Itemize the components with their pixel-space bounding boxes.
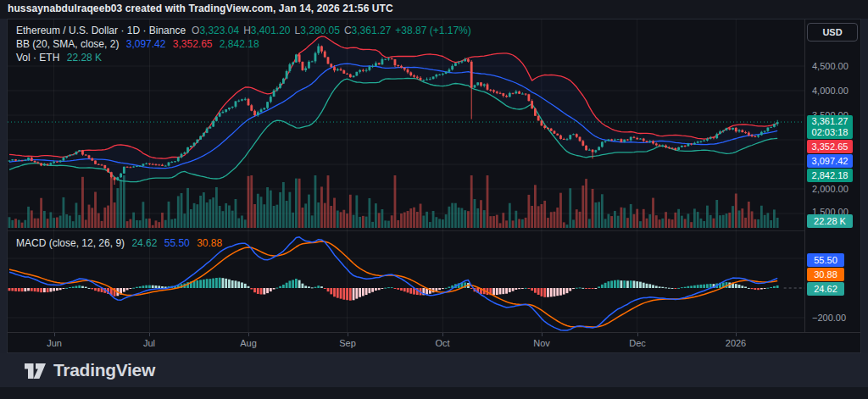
chart-card: Ethereum / U.S. Dollar · 1D · BinanceO3,… xyxy=(7,19,861,353)
month-tick xyxy=(248,333,249,336)
tradingview-logo[interactable]: TradingView xyxy=(24,360,155,380)
axis-label-2000: 2,000.00 xyxy=(812,184,849,194)
bb-lower-value: 2,842.18 xyxy=(220,38,259,50)
volume-label: Vol · ETH xyxy=(16,52,59,64)
symbol-legend-row[interactable]: Ethereum / U.S. Dollar · 1D · BinanceO3,… xyxy=(16,25,471,36)
price-axis[interactable]: USD 4,500.00 4,000.00 3,500.00 2,000.00 … xyxy=(804,19,861,332)
close-label: C xyxy=(344,25,352,36)
change-value: +38.87 (+1.17%) xyxy=(395,25,470,36)
macd-hist-value: 24.62 xyxy=(131,237,157,249)
month-label-nov: Nov xyxy=(533,338,550,348)
bottom-strip xyxy=(0,387,868,399)
symbol-title: Ethereum / U.S. Dollar · 1D · Binance xyxy=(16,25,186,36)
axis-label-4500: 4,500.00 xyxy=(812,61,849,71)
bollinger-legend-row[interactable]: BB (20, SMA, close, 2) 3,097.42 3,352.65… xyxy=(16,38,259,50)
macd-line-badge: 55.50 xyxy=(807,253,844,267)
month-label-aug: Aug xyxy=(240,338,257,348)
month-tick xyxy=(736,333,737,336)
price-chart-canvas[interactable] xyxy=(8,19,804,332)
high-label: H xyxy=(243,25,251,36)
month-tick xyxy=(348,333,348,336)
year-label-2026: 2026 xyxy=(726,338,746,348)
bb-upper-badge: 3,352.65 xyxy=(807,140,853,153)
bb-lower-badge: 2,842.18 xyxy=(807,169,853,182)
bar-countdown: 02:03:18 xyxy=(807,127,853,138)
attribution-text: hussaynabdulraqeeb03 created with Tradin… xyxy=(0,0,868,19)
month-tick xyxy=(542,333,542,336)
volume-legend-row[interactable]: Vol · ETH 22.28 K xyxy=(16,52,102,64)
bollinger-label: BB (20, SMA, close, 2) xyxy=(16,38,119,50)
macd-label: MACD (close, 12, 26, 9) xyxy=(16,237,125,249)
volume-value: 22.28 K xyxy=(67,52,102,64)
macd-legend-row[interactable]: MACD (close, 12, 26, 9) 24.62 55.50 30.8… xyxy=(16,237,222,249)
month-label-jul: Jul xyxy=(143,338,155,348)
bb-upper-value: 3,352.65 xyxy=(173,38,213,50)
bb-basis-badge: 3,097.42 xyxy=(807,154,853,168)
month-tick xyxy=(54,333,55,336)
macd-signal-badge: 30.88 xyxy=(807,268,844,281)
month-label-sep: Sep xyxy=(339,338,356,348)
low-value: 3,280.05 xyxy=(300,25,340,36)
month-label-jun: Jun xyxy=(47,338,62,348)
current-price-value: 3,361.27 xyxy=(807,116,853,127)
footer-bar: TradingView xyxy=(0,353,868,387)
currency-toggle-button[interactable]: USD xyxy=(807,23,858,42)
current-price-badge: 3,361.27 02:03:18 xyxy=(807,115,853,139)
tradingview-logomark xyxy=(24,361,47,380)
month-tick xyxy=(637,333,638,336)
macd-line-value: 55.50 xyxy=(164,237,190,249)
macd-signal-value: 30.88 xyxy=(197,237,222,249)
axis-label-macd-200: −200.00 xyxy=(812,313,846,323)
time-axis[interactable]: Jun Jul Aug Sep Oct Nov Dec 2026 xyxy=(8,332,861,353)
close-value: 3,361.27 xyxy=(352,25,392,36)
month-tick xyxy=(149,333,150,336)
month-label-oct: Oct xyxy=(435,338,449,348)
brand-text: TradingView xyxy=(53,360,155,380)
month-label-dec: Dec xyxy=(629,338,646,348)
open-value: 3,323.04 xyxy=(199,25,239,36)
axis-label-4000: 4,000.00 xyxy=(812,86,849,96)
high-value: 3,401.20 xyxy=(251,25,291,36)
macd-hist-badge: 24.62 xyxy=(807,282,844,296)
month-tick xyxy=(442,333,443,336)
volume-badge: 22.28 K xyxy=(807,214,853,228)
bb-basis-value: 3,097.42 xyxy=(126,38,166,50)
tradingview-snapshot: hussaynabdulraqeeb03 created with Tradin… xyxy=(0,0,868,399)
